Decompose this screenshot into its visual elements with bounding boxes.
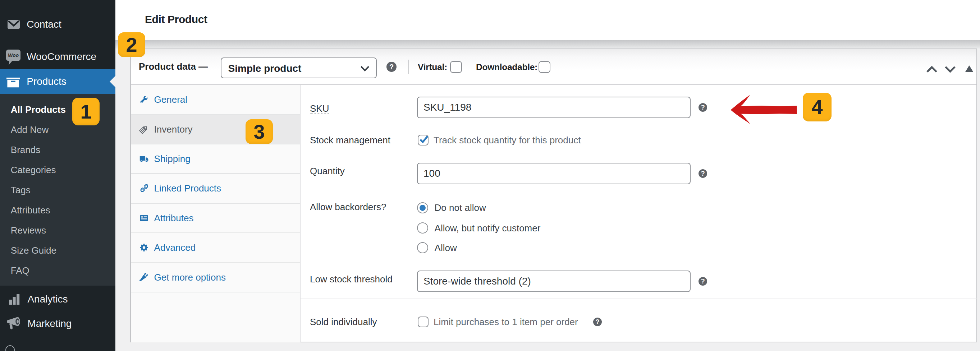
svg-text:Woo: Woo [8,52,19,58]
